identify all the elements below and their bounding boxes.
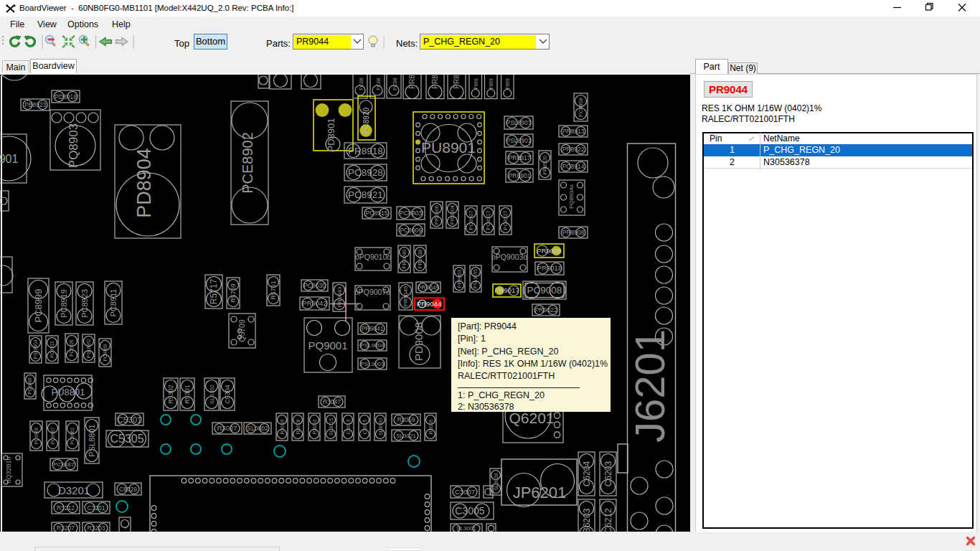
svg-text:PC8866: PC8866 [34,427,39,444]
svg-text:SL0802: SL0802 [247,425,268,432]
svg-text:PR9018: PR9018 [537,264,562,272]
svg-text:R3028: R3028 [296,420,301,435]
svg-text:SL5302: SL5302 [209,384,215,404]
svg-text:901: 901 [0,153,18,165]
svg-text:C3007: C3007 [455,488,475,496]
svg-text:PSL9004: PSL9004 [361,342,385,349]
svg-text:PSL8903: PSL8903 [507,119,532,126]
svg-text:PC8928: PC8928 [348,167,383,178]
svg-text:PC8861: PC8861 [70,427,75,444]
svg-text:R3049: R3049 [280,420,285,435]
svg-text:P889: P889 [505,78,510,90]
svg-text:PC8920: PC8920 [362,107,370,133]
svg-text:PQ8903: PQ8903 [67,123,80,168]
svg-text:PC8923: PC8923 [80,289,89,318]
svg-text:SL3028: SL3028 [494,473,499,490]
svg-text:PR8917: PR8917 [509,154,531,161]
svg-text:R3212: R3212 [57,504,75,512]
svg-text:PC8911: PC8911 [109,289,118,317]
svg-text:PC8921: PC8921 [348,189,383,200]
svg-text:oQ3201o: oQ3201o [5,456,12,483]
svg-text:PSL8801: PSL8801 [88,424,96,456]
svg-text:R3027: R3027 [217,424,237,432]
svg-text:C3013: C3013 [346,420,351,435]
svg-text:SL3060: SL3060 [378,418,383,435]
svg-text:C5305: C5305 [110,433,143,445]
svg-text:R5302: R5302 [167,385,174,404]
svg-text:C6203: C6203 [603,461,613,487]
svg-text:C8029: C8029 [119,486,137,493]
svg-text:PR9041: PR9041 [362,325,384,332]
svg-text:PR9017: PR9017 [494,286,519,294]
svg-text:PCE8902: PCE8902 [240,132,255,194]
svg-text:PR9008: PR9008 [537,247,561,255]
svg-text:PR8: PR8 [431,75,439,89]
svg-text:C6204: C6204 [582,461,592,487]
svg-text:PR9063: PR9063 [457,270,462,288]
svg-text:SL3021: SL3021 [396,433,416,439]
svg-text:PSL8904: PSL8904 [33,339,38,359]
svg-text:PSL9005: PSL9005 [473,269,478,288]
svg-text:PC8915: PC8915 [366,209,388,217]
svg-text:C6212: C6212 [603,508,613,533]
svg-text:J6201: J6201 [626,329,673,443]
svg-text:C5304: C5304 [224,385,231,404]
svg-text:PC8907: PC8907 [468,210,474,230]
svg-text:R5761: R5761 [270,281,277,300]
svg-text:PR8901: PR8901 [509,172,531,179]
svg-text:PC88: PC88 [392,77,397,90]
svg-text:PR8920: PR8920 [542,155,548,174]
svg-text:PR9045: PR9045 [418,284,440,291]
svg-text:PD9008: PD9008 [413,322,425,361]
svg-text:PC8915: PC8915 [50,341,55,358]
svg-text:PC8868: PC8868 [27,377,32,395]
svg-text:R3063: R3063 [312,420,317,435]
svg-text:oPQ9010o: oPQ9010o [355,253,391,261]
svg-text:C3005: C3005 [455,505,484,517]
svg-text:R3047: R3047 [323,398,341,405]
svg-text:PSL8902: PSL8902 [86,339,91,358]
svg-text:oPQ9007o: oPQ9007o [354,288,390,296]
svg-text:PC9008: PC9008 [527,285,562,296]
svg-text:PR9022: PR9022 [535,306,557,314]
svg-text:R3059: R3059 [397,416,415,423]
svg-text:R5301: R5301 [184,385,191,404]
svg-text:C3015: C3015 [362,420,367,435]
svg-text:R5717: R5717 [209,279,219,305]
svg-text:PR9042: PR9042 [302,299,326,307]
svg-text:PR8922: PR8922 [562,146,585,153]
svg-text:PC8887: PC8887 [54,461,75,468]
svg-text:R3203: R3203 [87,524,105,532]
svg-text:PC8999: PC8999 [33,289,44,323]
svg-text:PC9030: PC9030 [303,282,326,289]
svg-text:PB8923: PB8923 [24,101,47,108]
svg-text:PC8909: PC8909 [400,227,422,234]
svg-text:PC8927: PC8927 [502,210,509,230]
svg-text:PQ8904o: PQ8904o [568,184,575,209]
svg-text:C5301: C5301 [118,415,142,424]
svg-text:B6203: B6203 [582,508,592,533]
svg-text:PR8: PR8 [453,75,461,89]
svg-text:PR8913: PR8913 [562,128,585,135]
svg-text:PD8901: PD8901 [326,118,336,152]
svg-text:PR9040: PR9040 [401,249,407,268]
svg-text:SL3015: SL3015 [329,418,334,435]
svg-text:PC8914: PC8914 [562,163,585,170]
svg-text:PC8919: PC8919 [60,289,68,318]
svg-text:PC8903: PC8903 [400,209,422,217]
svg-text:PC8908: PC8908 [578,98,584,117]
svg-text:PR8: PR8 [408,75,416,89]
svg-text:PR8906: PR8906 [433,205,440,225]
svg-text:oPQ9003o: oPQ9003o [491,253,527,261]
svg-text:PU8801: PU8801 [52,387,85,397]
svg-text:Q6201: Q6201 [509,410,554,426]
svg-text:P889: P889 [473,78,479,90]
svg-text:PC88: PC88 [376,77,381,90]
svg-text:D3201: D3201 [58,484,90,496]
svg-text:P889: P889 [489,78,494,90]
svg-text:PSL9003: PSL9003 [361,361,385,367]
svg-text:C3201: C3201 [87,504,105,512]
svg-text:R3207: R3207 [57,524,75,532]
svg-text:PQ9001: PQ9001 [308,339,347,352]
svg-text:PC8926: PC8926 [69,339,74,357]
